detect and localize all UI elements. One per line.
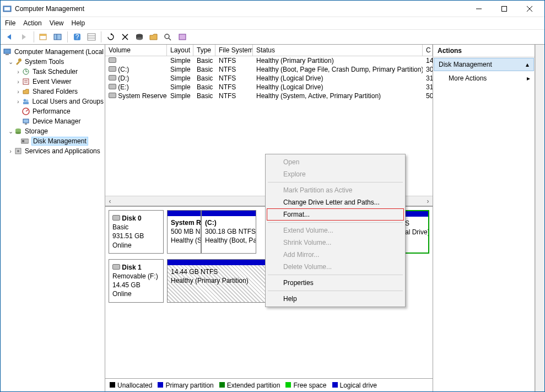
tree-local-users[interactable]: Local Users and Groups [33,98,104,105]
scroll-right-icon[interactable]: › [423,197,433,206]
volume-row[interactable]: (C:)SimpleBasicNTFSHealthy (Boot, Page F… [105,65,433,74]
disk-info[interactable]: Disk 1Removable (F:)14.45 GBOnline [109,259,164,303]
volume-row[interactable]: System ReservedSimpleBasicNTFSHealthy (S… [105,92,433,100]
partition[interactable]: System R500 MB NHealthy (S [167,210,201,254]
svg-point-25 [18,58,21,62]
disk-icon [112,215,120,221]
maximize-button[interactable] [492,1,517,17]
tree-storage[interactable]: Storage [25,127,48,135]
svg-point-20 [165,34,169,39]
close-button[interactable] [517,1,542,17]
menu-item-format[interactable]: Format... [267,208,404,221]
settings-icon[interactable] [176,31,188,43]
window-title: Computer Management [15,5,466,13]
menu-item-help[interactable]: Help [267,293,404,305]
new-window-icon[interactable] [37,31,50,43]
svg-point-33 [25,100,28,103]
actions-more[interactable]: More Actions ▸ [433,72,535,85]
list-icon[interactable] [85,31,98,43]
tree-event-viewer[interactable]: Event Viewer [33,78,71,85]
svg-point-19 [136,37,143,40]
menu-view[interactable]: View [50,19,64,27]
menu-file[interactable]: File [5,19,15,27]
tree-shared-folders[interactable]: Shared Folders [33,88,78,95]
svg-rect-37 [23,119,29,123]
volume-header[interactable]: Volume Layout Type File System Status C [105,45,433,56]
menu-item-delete-volume: Delete Volume... [267,261,404,273]
col-layout[interactable]: Layout [167,45,193,56]
refresh-icon[interactable] [105,31,117,43]
tree-disk-management[interactable]: Disk Management [31,137,88,146]
panel-icon[interactable] [52,31,64,43]
svg-point-41 [15,132,21,134]
menu-item-properties[interactable]: Properties [267,277,404,289]
drive-icon [109,84,116,89]
menu-item-extend-volume: Extend Volume... [267,224,404,237]
svg-rect-38 [25,123,27,125]
menu-item-shrink-volume: Shrink Volume... [267,237,404,249]
legend-item: Logical drive [332,382,377,389]
window-vscrollbar[interactable] [535,45,544,391]
legend: UnallocatedPrimary partitionExtended par… [105,378,433,391]
svg-rect-23 [4,49,10,53]
forward-button[interactable] [18,31,30,43]
collapse-icon[interactable]: ▴ [526,61,529,68]
col-status[interactable]: Status [253,45,423,56]
svg-line-36 [26,110,28,111]
volume-row[interactable]: (D:)SimpleBasicNTFSHealthy (Logical Driv… [105,74,433,83]
legend-item: Extended partition [219,382,280,389]
tools-icon [14,57,23,66]
col-filesystem[interactable]: File System [215,45,253,56]
svg-rect-29 [23,79,29,84]
svg-line-21 [169,38,171,40]
context-menu[interactable]: OpenExploreMark Partition as ActiveChang… [265,154,406,307]
help-icon[interactable]: ? [71,31,83,43]
magnifier-icon[interactable] [162,31,174,43]
back-button[interactable] [4,31,16,43]
event-icon [21,77,30,86]
menu-item-open: Open [267,156,404,168]
scroll-left-icon[interactable]: ‹ [105,197,115,206]
svg-rect-8 [54,34,61,40]
menu-help[interactable]: Help [72,19,85,27]
svg-rect-3 [502,6,507,11]
delete-icon[interactable] [119,31,131,43]
col-type[interactable]: Type [193,45,215,56]
tree-performance[interactable]: Performance [33,108,71,115]
svg-text:?: ? [75,33,79,41]
folder-open-icon[interactable] [148,31,160,43]
chevron-right-icon: ▸ [527,74,530,82]
drive-icon [109,93,116,98]
svg-rect-1 [4,7,10,10]
svg-rect-43 [22,140,24,142]
col-capacity[interactable]: C [423,45,433,56]
disk-info[interactable]: Disk 0Basic931.51 GBOnline [109,210,164,254]
partition[interactable]: (C:)300.18 GB NTFSHealthy (Boot, Pag [201,210,256,254]
menu-item-explore: Explore [267,168,404,180]
drive-icon [109,75,116,80]
volume-row[interactable]: (E:)SimpleBasicNTFSHealthy (Logical Driv… [105,83,433,92]
clock-icon [21,67,30,76]
actions-header: Actions [433,45,535,57]
users-icon [21,97,30,106]
minimize-button[interactable] [466,1,492,17]
computer-icon [3,47,12,56]
svg-rect-7 [40,34,46,36]
tree-system-tools[interactable]: System Tools [25,58,64,66]
nav-tree[interactable]: Computer Management (Local ⌄System Tools… [1,45,105,391]
shared-icon [21,87,30,96]
actions-section-disk-management[interactable]: Disk Management ▴ [434,58,534,71]
menubar: File Action View Help [1,17,544,29]
menu-item-change-drive-letter-and-paths[interactable]: Change Drive Letter and Paths... [267,196,404,208]
volume-row[interactable]: SimpleBasicNTFSHealthy (Primary Partitio… [105,56,433,65]
tree-root[interactable]: Computer Management (Local [14,48,104,56]
tree-device-manager[interactable]: Device Manager [33,117,80,125]
drive-icon [109,66,116,72]
disk-icon-1[interactable] [133,31,145,43]
col-volume[interactable]: Volume [105,45,167,56]
tree-task-scheduler[interactable]: Task Scheduler [33,68,78,76]
tree-services[interactable]: Services and Applications [25,147,100,155]
svg-rect-24 [6,54,9,55]
storage-icon [14,127,23,136]
menu-action[interactable]: Action [23,19,41,27]
